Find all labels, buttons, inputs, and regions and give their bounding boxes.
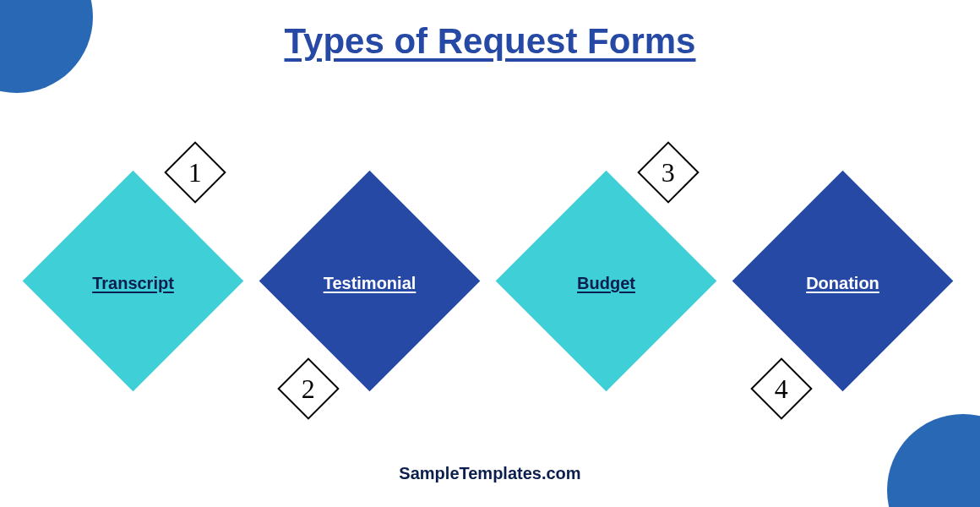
number-badge: 1 [164, 141, 226, 204]
number-text: 2 [302, 373, 315, 405]
number-badge: 4 [750, 357, 813, 420]
footer-text: SampleTemplates.com [0, 464, 980, 483]
number-text: 1 [188, 157, 202, 188]
item-label: Donation [765, 274, 921, 293]
number-badge: 2 [277, 357, 340, 420]
item-label: Budget [528, 274, 684, 293]
number-text: 3 [662, 157, 675, 188]
item-label: Transcript [55, 274, 211, 293]
corner-decoration-bottom-right [887, 414, 980, 507]
number-text: 4 [775, 373, 788, 405]
page-title: Types of Request Forms [0, 21, 980, 62]
item-label: Testimonial [291, 274, 448, 293]
number-badge: 3 [637, 141, 700, 204]
